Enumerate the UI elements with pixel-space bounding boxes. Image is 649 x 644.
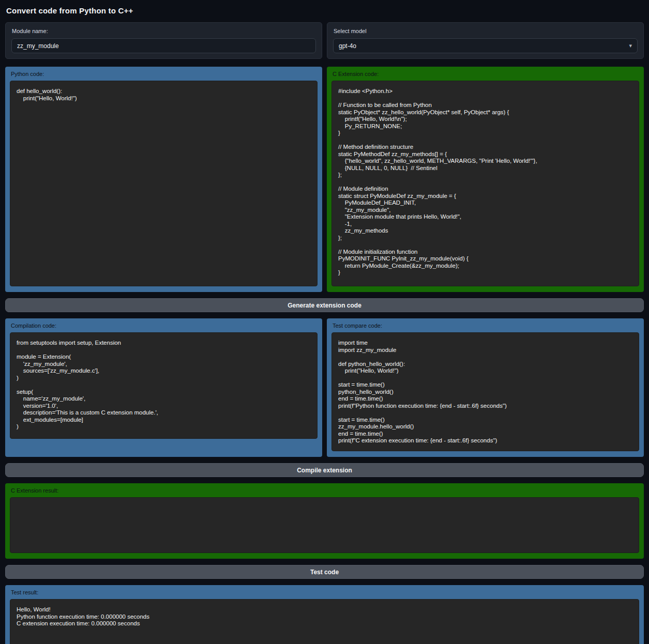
c-extension-result-panel: C Extension result:	[5, 483, 644, 559]
test-compare-code-label: Test compare code:	[333, 323, 639, 329]
test-compare-code-panel: Test compare code: import time import zz…	[327, 318, 644, 457]
c-extension-result-label: C Extension result:	[11, 487, 639, 494]
test-result-label: Test result:	[11, 589, 639, 595]
page-title: Convert code from Python to C++	[6, 6, 644, 15]
python-code-label: Python code:	[11, 71, 318, 77]
c-extension-result-textbox[interactable]	[10, 497, 639, 553]
test-result-panel: Test result: Hello, World! Python functi…	[5, 585, 644, 644]
c-extension-code-panel: C Extension code: #include <Python.h> //…	[327, 67, 644, 292]
c-extension-code-textbox[interactable]: #include <Python.h> // Function to be ca…	[331, 81, 639, 286]
compilation-code-textbox[interactable]: from setuptools import setup, Extension …	[10, 332, 318, 439]
test-compare-code-textbox[interactable]: import time import zz_my_module def pyth…	[331, 332, 639, 451]
top-inputs-row: Module name: Select model gpt-4o ▾	[5, 22, 644, 59]
code-row-1: Python code: def hello_world(): print("H…	[5, 67, 644, 292]
c-extension-code-label: C Extension code:	[333, 71, 639, 77]
test-code-button[interactable]: Test code	[5, 565, 644, 579]
python-code-panel: Python code: def hello_world(): print("H…	[5, 67, 322, 292]
model-dropdown-value: gpt-4o	[339, 42, 356, 50]
generate-extension-code-button[interactable]: Generate extension code	[5, 298, 644, 312]
model-select-block: Select model gpt-4o ▾	[327, 22, 644, 59]
test-result-textbox[interactable]: Hello, World! Python function execution …	[10, 599, 639, 644]
model-select-label: Select model	[334, 28, 638, 34]
module-name-input[interactable]	[11, 38, 316, 53]
compile-extension-button[interactable]: Compile extension	[5, 463, 644, 477]
model-dropdown[interactable]: gpt-4o ▾	[333, 38, 638, 53]
compilation-code-label: Compilation code:	[11, 323, 318, 329]
module-name-block: Module name:	[5, 22, 322, 59]
chevron-down-icon: ▾	[629, 43, 632, 49]
python-code-textbox[interactable]: def hello_world(): print("Hello, World!"…	[10, 81, 318, 286]
compilation-code-panel: Compilation code: from setuptools import…	[5, 318, 322, 457]
module-name-label: Module name:	[12, 28, 316, 34]
app-page: Convert code from Python to C++ Module n…	[0, 0, 649, 644]
code-row-2: Compilation code: from setuptools import…	[5, 318, 644, 457]
